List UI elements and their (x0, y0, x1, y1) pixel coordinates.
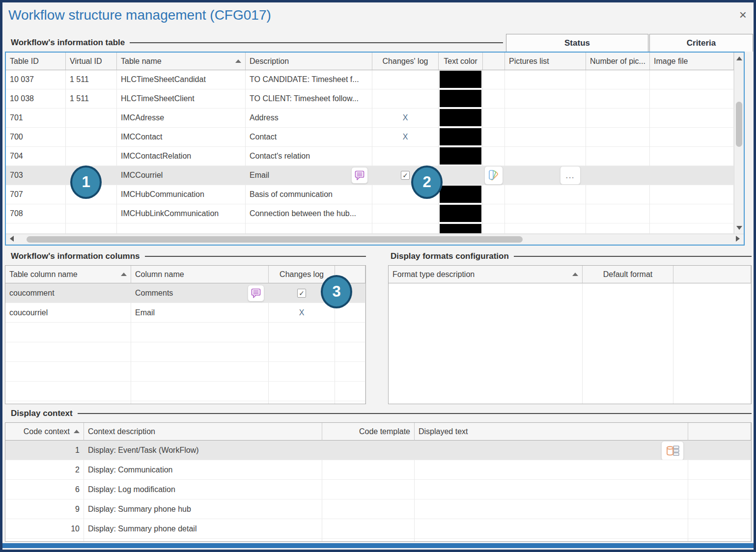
cell-image-file (650, 70, 734, 89)
tab-status[interactable]: Status (506, 34, 648, 52)
close-icon[interactable]: × (739, 8, 747, 21)
col-header-table-name[interactable]: Table name (117, 53, 246, 70)
section-info-columns-title: Workflow's information columns (11, 251, 140, 261)
cell-text-color[interactable] (439, 204, 483, 223)
cell-changes-log: X (372, 109, 439, 128)
cell-changes-log (372, 70, 439, 89)
table-row[interactable]: 704 IMCContactRelation Contact's relatio… (6, 147, 734, 166)
cell-code-template (322, 499, 415, 519)
cell-table-column-name: coucomment (5, 283, 131, 303)
comment-icon (250, 287, 262, 299)
col-header-default-format[interactable]: Default format (583, 266, 673, 283)
section-display-context-title: Display context (11, 409, 73, 418)
col-header-pictures-list[interactable]: Pictures list (505, 53, 586, 70)
text-color-swatch (440, 186, 481, 203)
section-info-table: Workflow's information table (11, 37, 503, 49)
table-row[interactable]: 10 Display: Summary phone detail (5, 519, 751, 539)
cell-text-color[interactable] (439, 109, 483, 128)
cell-number-of-pic (586, 109, 650, 128)
changes-log-checkbox[interactable] (401, 171, 410, 180)
col-header-changes-log[interactable]: Changes' log (372, 53, 439, 70)
cell-column-name: Comments (131, 283, 269, 303)
scroll-right-icon[interactable] (736, 236, 740, 242)
vertical-scrollbar[interactable] (734, 53, 744, 234)
cell-context-description: Display: Summary phone hub (84, 499, 322, 519)
scroll-down-icon[interactable] (736, 226, 742, 230)
cell-virtual-id: 1 511 (66, 89, 117, 109)
cell-text-color[interactable] (439, 70, 483, 89)
cell-code-template (322, 480, 415, 499)
comment-button[interactable] (351, 167, 368, 184)
comment-button[interactable] (248, 285, 264, 302)
col-header-format-type-description[interactable]: Format type description (389, 266, 583, 283)
col-header-virtual-id[interactable]: Virtual ID (66, 53, 117, 70)
col-header-column-name[interactable]: Column name (131, 266, 269, 283)
color-swatch-fan-icon (487, 168, 501, 182)
cell-description: Basis of communication (246, 185, 372, 204)
table-row-empty (5, 323, 365, 342)
cell-image-file (650, 128, 734, 147)
cell-code-context: 2 (5, 460, 84, 480)
cell-text-color[interactable] (439, 89, 483, 109)
table-row[interactable]: 2 Display: Communication (5, 460, 751, 480)
cell-table-name: IMCContactRelation (117, 147, 246, 166)
cell-spacer (688, 519, 751, 539)
table-row[interactable]: 700 IMCContact Contact X (6, 128, 734, 147)
cell-code-template (322, 441, 415, 460)
cell-table-id: 700 (6, 128, 66, 147)
vertical-scroll-thumb[interactable] (736, 102, 742, 147)
cell-text-color[interactable] (439, 147, 483, 166)
context-table-header-row: Code context Context description Code te… (5, 423, 751, 441)
cell-changes-log: X (372, 128, 439, 147)
cell-text-color[interactable] (439, 185, 483, 204)
tab-criteria[interactable]: Criteria (649, 34, 753, 52)
cell-table-id: 707 (6, 185, 66, 204)
table-row[interactable]: 6 Display: Log modification (5, 480, 751, 499)
cell-text-color[interactable] (439, 128, 483, 147)
cell-image-file (650, 147, 734, 166)
cell-spacer (483, 147, 505, 166)
table-row[interactable]: 708 IMCHubLinkCommunication Connection b… (6, 204, 734, 223)
ellipsis-button[interactable]: ... (560, 166, 581, 185)
table-row[interactable]: 10 038 1 511 HLCTimeSheetClient TO CLIEN… (6, 89, 734, 109)
sort-asc-icon (235, 59, 241, 63)
table-row[interactable]: 707 IMCHubCommunication Basis of communi… (6, 185, 734, 204)
scroll-left-icon[interactable] (10, 236, 14, 242)
col-header-code-context[interactable]: Code context (5, 423, 84, 441)
col-header-table-column-name[interactable]: Table column name (5, 266, 131, 283)
col-header-image-file[interactable]: Image file (650, 53, 734, 70)
table-row[interactable]: coucourriel Email X (5, 303, 365, 323)
col-header-code-template[interactable]: Code template (322, 423, 415, 441)
cell-table-id: 703 (6, 166, 66, 185)
cell-code-context: 9 (5, 499, 84, 519)
cell-image-file (650, 185, 734, 204)
table-row[interactable]: 10 037 1 511 HLCTimeSheetCandidat TO CAN… (6, 70, 734, 89)
tab-criteria-label: Criteria (687, 38, 716, 48)
col-header-number-of-pic[interactable]: Number of pic... (586, 53, 650, 70)
horizontal-scrollbar[interactable] (6, 234, 744, 245)
color-picker-button[interactable] (484, 166, 503, 185)
col-header-text-color[interactable]: Text color (439, 53, 483, 70)
cell-number-of-pic (586, 185, 650, 204)
database-template-button[interactable] (661, 441, 684, 460)
table-row[interactable]: 701 IMCAdresse Address X (6, 109, 734, 128)
formats-table-body-empty (389, 283, 751, 404)
cell-changes-log: X (269, 303, 335, 323)
horizontal-scroll-thumb[interactable] (27, 236, 523, 243)
cell-text-color[interactable] (439, 166, 483, 185)
changes-log-checkbox[interactable] (297, 289, 306, 298)
cell-description: TO CANDIDATE: Timesheet f... (246, 70, 372, 89)
cell-spacer (483, 109, 505, 128)
cell-description: Address (246, 109, 372, 128)
table-row-selected[interactable]: coucomment Comments (5, 283, 365, 303)
table-row-selected[interactable]: 1 Display: Event/Task (WorkFlow) (5, 441, 751, 460)
table-row-selected[interactable]: 703 IMCCourriel Email (6, 166, 734, 185)
scroll-up-icon[interactable] (736, 56, 742, 60)
table-row[interactable]: 9 Display: Summary phone hub (5, 499, 751, 519)
section-info-table-title: Workflow's information table (11, 38, 125, 48)
col-header-displayed-text[interactable]: Displayed text (415, 423, 688, 441)
col-header-table-id[interactable]: Table ID (6, 53, 66, 70)
col-header-context-description[interactable]: Context description (84, 423, 322, 441)
col-header-description[interactable]: Description (246, 53, 372, 70)
cell-table-name: IMCContact (117, 128, 246, 147)
